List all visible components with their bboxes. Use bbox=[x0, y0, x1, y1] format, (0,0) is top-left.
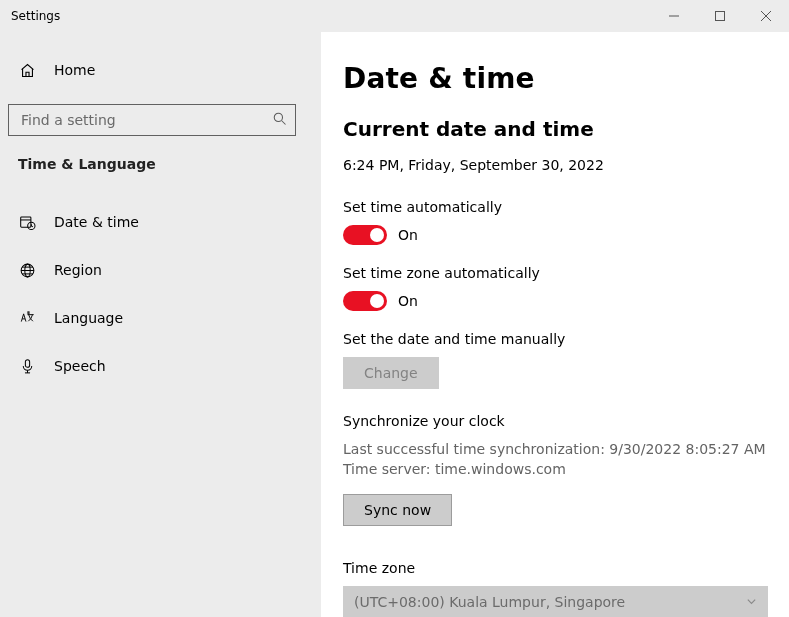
sidebar-nav: Date & time Region bbox=[0, 202, 321, 394]
globe-icon bbox=[18, 262, 36, 279]
titlebar: Settings bbox=[0, 0, 789, 32]
search-icon bbox=[272, 111, 287, 129]
sync-clock-header: Synchronize your clock bbox=[343, 413, 767, 429]
sidebar-item-language[interactable]: 字 Language bbox=[0, 298, 321, 338]
sidebar-section-header: Time & Language bbox=[0, 156, 321, 172]
sidebar-item-label: Date & time bbox=[54, 214, 139, 230]
current-date-time-value: 6:24 PM, Friday, September 30, 2022 bbox=[343, 157, 767, 173]
timezone-selected-value: (UTC+08:00) Kuala Lumpur, Singapore bbox=[354, 594, 625, 610]
svg-text:字: 字 bbox=[27, 310, 30, 314]
close-button[interactable] bbox=[743, 0, 789, 32]
sidebar-item-speech[interactable]: Speech bbox=[0, 346, 321, 386]
microphone-icon bbox=[18, 358, 36, 375]
sync-now-button[interactable]: Sync now bbox=[343, 494, 452, 526]
nav-home[interactable]: Home bbox=[0, 56, 321, 84]
set-tz-auto-state: On bbox=[398, 293, 418, 309]
sidebar-item-label: Region bbox=[54, 262, 102, 278]
svg-point-4 bbox=[274, 113, 282, 121]
maximize-button[interactable] bbox=[697, 0, 743, 32]
svg-line-5 bbox=[282, 121, 286, 125]
change-button[interactable]: Change bbox=[343, 357, 439, 389]
language-icon: 字 bbox=[18, 310, 36, 327]
window-controls bbox=[651, 0, 789, 32]
chevron-down-icon bbox=[746, 594, 757, 610]
window-title: Settings bbox=[0, 9, 60, 23]
set-time-auto-toggle[interactable] bbox=[343, 225, 387, 245]
nav-home-label: Home bbox=[54, 62, 95, 78]
timezone-dropdown[interactable]: (UTC+08:00) Kuala Lumpur, Singapore bbox=[343, 586, 768, 617]
sidebar-item-label: Language bbox=[54, 310, 123, 326]
sidebar-item-date-time[interactable]: Date & time bbox=[0, 202, 321, 242]
manual-set-label: Set the date and time manually bbox=[343, 331, 767, 347]
svg-rect-6 bbox=[20, 216, 30, 226]
current-date-time-header: Current date and time bbox=[343, 117, 767, 141]
set-time-auto-state: On bbox=[398, 227, 418, 243]
set-tz-auto-toggle[interactable] bbox=[343, 291, 387, 311]
minimize-button[interactable] bbox=[651, 0, 697, 32]
sidebar-item-region[interactable]: Region bbox=[0, 250, 321, 290]
timezone-label: Time zone bbox=[343, 560, 767, 576]
sync-time-server: Time server: time.windows.com bbox=[343, 459, 767, 479]
search-input-field[interactable] bbox=[19, 111, 272, 129]
sidebar: Home Time & Language bbox=[0, 32, 321, 617]
set-time-auto-label: Set time automatically bbox=[343, 199, 767, 215]
svg-rect-1 bbox=[716, 12, 725, 21]
calendar-clock-icon bbox=[18, 214, 36, 231]
page-title: Date & time bbox=[343, 62, 767, 95]
sidebar-item-label: Speech bbox=[54, 358, 106, 374]
svg-rect-19 bbox=[25, 359, 29, 367]
search-input[interactable] bbox=[8, 104, 296, 136]
sync-last-success: Last successful time synchronization: 9/… bbox=[343, 439, 767, 459]
home-icon bbox=[18, 62, 36, 79]
set-tz-auto-label: Set time zone automatically bbox=[343, 265, 767, 281]
svg-line-10 bbox=[31, 225, 33, 226]
main-content: Date & time Current date and time 6:24 P… bbox=[321, 32, 789, 617]
